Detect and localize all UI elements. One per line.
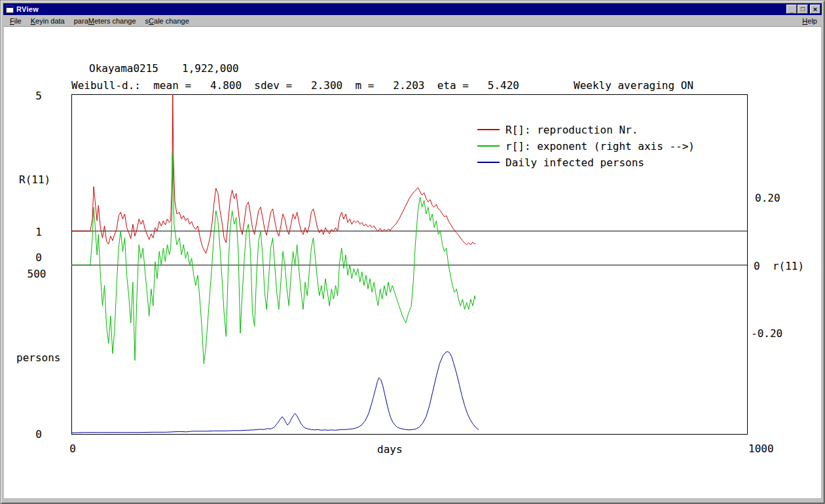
legend-item-persons: Daily infected persons [477, 156, 644, 168]
app-window: RView _ □ × File Keyin data paraMeters c… [0, 0, 825, 504]
axis-label-persons: persons [16, 351, 60, 364]
axis-label-x-min: 0 [66, 442, 79, 455]
axis-label-right-zero: 0 r(11) [754, 260, 804, 272]
chart-title-dataset: Okayama0215 [89, 62, 158, 75]
axis-label-y-one: 1 [32, 226, 45, 238]
series-line-1 [71, 153, 475, 363]
chart-layer: Okayama0215 1,922,000 Weibull-d.: mean =… [1, 1, 824, 503]
axis-label-y-top: 5 [32, 90, 45, 102]
axis-label-y-500: 500 [26, 268, 48, 280]
axis-label-x: days [377, 443, 403, 456]
legend-swatch-r [477, 145, 500, 147]
axis-label-right-top: 0.20 [755, 192, 780, 204]
legend-label-r: r[]: exponent (right axis -->) [505, 140, 695, 153]
weekly-averaging-status: Weekly averaging ON [574, 79, 693, 92]
legend-label-persons: Daily infected persons [505, 156, 644, 169]
axis-label-y-zero: 0 [32, 251, 45, 264]
axis-label-R: R(11) [19, 173, 50, 186]
axis-label-y-bottom-zero: 0 [32, 428, 45, 441]
legend-item-R: R[]: reproduction Nr. [477, 124, 638, 135]
legend-swatch-persons [477, 162, 500, 163]
legend-item-r: r[]: exponent (right axis -->) [477, 140, 695, 152]
series-line-2 [71, 351, 479, 433]
legend-label-R: R[]: reproduction Nr. [505, 124, 638, 136]
series-line-0 [71, 94, 475, 253]
chart-title-population: 1,922,000 [182, 62, 239, 75]
axis-label-x-max: 1000 [748, 442, 774, 455]
legend-swatch-R [477, 129, 500, 130]
axis-label-right-bottom: -0.20 [751, 327, 782, 340]
distribution-params: Weibull-d.: mean = 4.800 sdev = 2.300 m … [71, 79, 519, 92]
